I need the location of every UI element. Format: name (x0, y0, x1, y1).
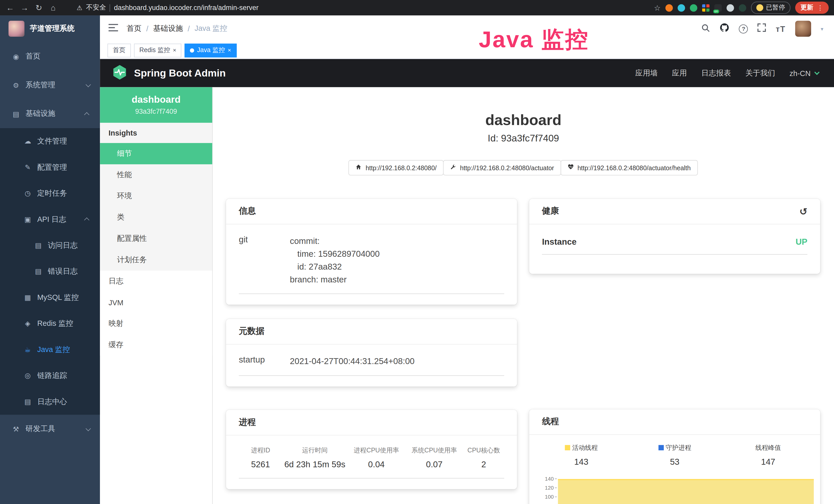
breadcrumb-item-home[interactable]: 首页 (127, 24, 141, 33)
redis-icon: ◈ (23, 320, 32, 328)
fullscreen-icon[interactable] (758, 23, 766, 34)
address-bar[interactable]: ⚠ 不安全 dashboard.yudao.iocoder.cn/infra/a… (63, 3, 649, 12)
browser-menu-icon[interactable]: ⋮ (817, 4, 824, 12)
browser-toolbar-right: ☆ on 已暂停 更新 ⋮ (654, 2, 829, 14)
browser-extension-icon-1[interactable] (665, 4, 673, 12)
health-url-link[interactable]: http://192.168.0.2:48080/actuator/health (561, 160, 698, 175)
font-size-icon[interactable]: ᴛT (776, 24, 786, 33)
locale-selector[interactable]: zh-CN (790, 69, 818, 77)
browser-reload-icon[interactable]: ↻ (34, 0, 44, 16)
stat-label: 进程ID (239, 446, 282, 455)
profile-avatar-icon (756, 4, 763, 11)
link-label: http://192.168.0.2:48080/actuator/health (577, 164, 691, 171)
instance-header[interactable]: dashboard 93a3fc7f7409 (100, 87, 212, 123)
sba-item-mappings[interactable]: 映射 (100, 313, 212, 335)
browser-extension-icon-6[interactable] (727, 4, 734, 12)
close-icon[interactable]: × (173, 47, 176, 53)
sba-brand: Spring Boot Admin (134, 67, 226, 79)
main-column: Java 监控 首页 / 基础设施 / Java 监控 (100, 16, 834, 504)
profile-paused-chip[interactable]: 已暂停 (751, 2, 790, 14)
sidebar-item-java-monitor[interactable]: ☕ Java 监控 (0, 337, 100, 363)
browser-back-icon[interactable]: ← (5, 0, 15, 16)
github-icon[interactable] (720, 23, 729, 35)
user-avatar[interactable] (795, 21, 811, 37)
dashboard-icon: ◉ (12, 52, 20, 60)
search-icon[interactable] (701, 23, 710, 34)
sidebar-item-scheduled-jobs[interactable]: ◷ 定时任务 (0, 180, 100, 206)
sba-item-jvm[interactable]: JVM (100, 292, 212, 313)
java-monitor-icon: ☕ (23, 346, 32, 353)
sba-item-caches[interactable]: 缓存 (100, 335, 212, 356)
sidebar-item-mysql-monitor[interactable]: ▦ MySQL 监控 (0, 284, 100, 311)
breadcrumb-item-infrastructure[interactable]: 基础设施 (153, 24, 183, 33)
service-url-link[interactable]: http://192.168.0.2:48080/ (349, 160, 444, 175)
sidebar-item-config-management[interactable]: ✎ 配置管理 (0, 154, 100, 180)
sidebar-item-error-logs[interactable]: ▤ 错误日志 (0, 258, 100, 284)
legend-peak-threads: 线程峰值 147 (722, 443, 815, 467)
sidebar-item-dev-tools[interactable]: ⚒ 研发工具 (0, 415, 100, 443)
page-title: dashboard (213, 112, 834, 129)
sba-item-config-props[interactable]: 配置属性 (100, 228, 212, 249)
history-icon[interactable]: ↺ (799, 207, 807, 216)
sba-item-environment[interactable]: 环境 (100, 186, 212, 207)
browser-home-icon[interactable]: ⌂ (48, 0, 58, 16)
sidebar-toggle[interactable] (108, 24, 118, 33)
legend-value: 143 (534, 457, 628, 467)
browser-extension-icon-4[interactable] (702, 4, 709, 12)
sba-item-metrics[interactable]: 性能 (100, 164, 212, 186)
sidebar-item-infrastructure[interactable]: ▤ 基础设施 (0, 99, 100, 128)
browser-forward-icon[interactable]: → (20, 0, 29, 16)
sba-item-logs[interactable]: 日志 (100, 271, 212, 292)
sba-nav-applications[interactable]: 应用 (672, 68, 687, 78)
sba-item-details[interactable]: 细节 (100, 143, 212, 164)
sba-nav-wallboard[interactable]: 应用墙 (635, 68, 658, 78)
sidebar-item-label: 研发工具 (25, 424, 55, 434)
tab-home[interactable]: 首页 (107, 43, 131, 57)
sidebar-item-api-logs[interactable]: ▣ API 日志 (0, 206, 100, 232)
tab-label: Redis 监控 (139, 46, 170, 55)
close-icon[interactable]: × (228, 47, 231, 53)
info-value: commit: time: 1596289704000 id: 27aa832 … (290, 235, 380, 286)
threads-chart-y-axis: 140 120 100 (543, 476, 557, 504)
browser-extension-icon-2[interactable] (678, 4, 685, 12)
caret-down-icon[interactable]: ▾ (821, 26, 823, 31)
screen: ← → ↻ ⌂ ⚠ 不安全 dashboard.yudao.iocoder.cn… (0, 0, 834, 504)
sba-main: dashboard Id: 93a3fc7f7409 http://192.16… (213, 87, 834, 504)
sidebar-item-redis-monitor[interactable]: ◈ Redis 监控 (0, 311, 100, 336)
card-title: 进程 (239, 417, 256, 428)
instance-id: 93a3fc7f7409 (103, 107, 209, 115)
browser-extension-icon-3[interactable] (690, 4, 697, 12)
sba-item-scheduled-tasks[interactable]: 计划任务 (100, 249, 212, 271)
sidebar-item-access-logs[interactable]: ▤ 访问日志 (0, 232, 100, 258)
insights-section-label: Insights (100, 123, 212, 143)
sidebar-item-system-management[interactable]: ⚙ 系统管理 (0, 71, 100, 99)
sidebar-item-log-center[interactable]: ▤ 日志中心 (0, 389, 100, 415)
sba-nav: 应用墙 应用 日志报表 关于我们 zh-CN (635, 68, 818, 78)
sba-nav-about[interactable]: 关于我们 (745, 68, 775, 78)
info-key: git (239, 235, 290, 286)
sba-body: dashboard 93a3fc7f7409 Insights 细节 性能 环境… (100, 87, 834, 504)
sidebar-item-tracing[interactable]: ◎ 链路追踪 (0, 363, 100, 388)
tab-java-monitor[interactable]: Java 监控 × (185, 43, 237, 57)
sidebar-item-label: 错误日志 (48, 267, 78, 276)
sba-item-classes[interactable]: 类 (100, 207, 212, 228)
legend-label: 活动线程 (572, 444, 598, 451)
actuator-url-link[interactable]: http://192.168.0.2:48080/actuator (443, 160, 561, 175)
logo-avatar (8, 21, 24, 37)
sidebar-item-home[interactable]: ◉ 首页 (0, 42, 100, 71)
sba-nav-journal[interactable]: 日志报表 (701, 68, 731, 78)
breadcrumb-separator: / (188, 24, 190, 33)
tab-redis-monitor[interactable]: Redis 监控 × (134, 43, 182, 57)
browser-update-button[interactable]: 更新 ⋮ (795, 2, 829, 14)
browser-extension-icon-5[interactable]: on (714, 4, 722, 12)
browser-extension-icon-7[interactable] (739, 4, 746, 12)
heart-pulse-icon (567, 164, 574, 172)
app-logo[interactable]: 芋道管理系统 (0, 16, 100, 42)
help-icon[interactable]: ? (739, 24, 748, 33)
infrastructure-submenu: ☁ 文件管理 ✎ 配置管理 ◷ 定时任务 ▣ API 日志 ▤ (0, 128, 100, 415)
chevron-down-icon (86, 82, 91, 87)
sidebar-item-file-management[interactable]: ☁ 文件管理 (0, 128, 100, 154)
y-tick: 140 (545, 476, 554, 482)
bookmark-star-icon[interactable]: ☆ (654, 3, 661, 12)
metadata-row-startup: startup 2021-04-27T00:44:31.254+08:00 (239, 355, 504, 376)
